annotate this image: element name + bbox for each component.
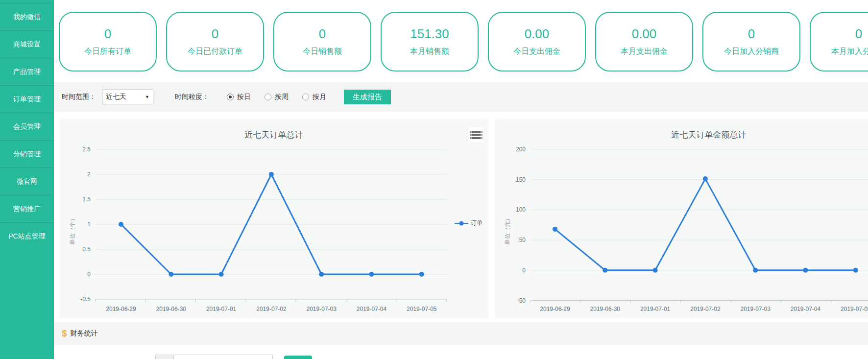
- dollar-icon: $: [62, 328, 67, 339]
- stat-card-month-commission: 0.00 本月支出佣金: [595, 12, 693, 72]
- sidebar-item-my-wechat[interactable]: 我的微信: [0, 3, 54, 30]
- svg-text:0.5: 0.5: [82, 246, 91, 253]
- stat-value: 0: [104, 26, 111, 42]
- radio-icon: [265, 94, 271, 100]
- svg-text:2: 2: [87, 171, 91, 178]
- svg-text:1.5: 1.5: [82, 196, 91, 203]
- stat-label: 今日支出佣金: [513, 47, 560, 57]
- svg-text:近七天订单总计: 近七天订单总计: [245, 130, 303, 140]
- stat-value: 0: [855, 26, 862, 42]
- stat-value: 0.00: [632, 26, 657, 42]
- stat-card-month-sales: 151.30 本月销售额: [381, 12, 479, 72]
- svg-text:近七天订单金额总计: 近七天订单金额总计: [672, 130, 747, 140]
- sidebar: 我的微信 商城设置 产品管理 订单管理 会员管理 分销管理 微官网 营销推广 P…: [0, 0, 54, 359]
- sidebar-item-product-mgmt[interactable]: 产品管理: [0, 58, 54, 85]
- stat-label: 本月加入分销商: [831, 47, 868, 57]
- stat-card-month-new-distributors: 0 本月加入分销商: [810, 12, 868, 72]
- chevron-down-icon: ▼: [145, 95, 149, 99]
- radio-label: 按日: [237, 93, 251, 101]
- radio-by-week[interactable]: 按周: [265, 93, 289, 101]
- svg-text:100: 100: [516, 206, 526, 213]
- stat-label: 本月支出佣金: [621, 47, 668, 57]
- radio-icon: [302, 94, 309, 100]
- finance-search-input[interactable]: [173, 355, 273, 359]
- svg-text:2.5: 2.5: [82, 146, 91, 153]
- svg-text:150: 150: [516, 176, 526, 183]
- legend-orders[interactable]: 订单: [455, 219, 482, 227]
- orders-chart-panel: 近七天订单总计单位（个）2.521.510.50-0.52019-06-2920…: [60, 119, 488, 318]
- filter-bar: 时间范围： 近七天 ▼ 时间粒度： 按日 按周 按月 生成报告: [54, 82, 868, 112]
- sidebar-item-member-mgmt[interactable]: 会员管理: [0, 113, 54, 140]
- finance-input-addon: [155, 355, 174, 359]
- finance-stats-bar: $ 财务统计: [54, 322, 868, 345]
- stat-card-today-orders: 0 今日所有订单: [59, 12, 157, 72]
- svg-text:-50: -50: [517, 297, 526, 304]
- sidebar-item-marketing[interactable]: 营销推广: [0, 195, 54, 222]
- svg-text:2019-07-03: 2019-07-03: [307, 306, 337, 312]
- time-range-selected-value: 近七天: [106, 93, 126, 101]
- svg-text:50: 50: [519, 237, 526, 243]
- stat-label: 今日所有订单: [84, 47, 131, 57]
- order-amount-chart-panel: 近七天订单金额总计单位（元）200150100500-502019-06-292…: [495, 119, 868, 318]
- sidebar-item-mall-settings[interactable]: 商城设置: [0, 30, 54, 58]
- generate-report-button[interactable]: 生成报告: [344, 90, 391, 104]
- sidebar-item-pc-site-mgmt[interactable]: PC站点管理: [0, 222, 54, 250]
- stat-value: 0: [748, 26, 755, 42]
- time-range-label: 时间范围：: [62, 93, 96, 101]
- stat-label: 本月销售额: [410, 47, 449, 57]
- svg-text:2019-07-05: 2019-07-05: [407, 306, 437, 312]
- svg-text:2019-07-02: 2019-07-02: [256, 306, 287, 312]
- svg-text:2019-07-04: 2019-07-04: [791, 306, 821, 312]
- sidebar-item-order-mgmt[interactable]: 订单管理: [0, 85, 54, 113]
- radio-label: 按周: [275, 93, 289, 101]
- hamburger-bars-icon: [470, 130, 482, 140]
- legend-line-marker-icon: [455, 221, 468, 226]
- sidebar-item-micro-site[interactable]: 微官网: [0, 168, 54, 195]
- svg-text:单位（元）: 单位（元）: [504, 215, 511, 245]
- svg-text:2019-07-04: 2019-07-04: [357, 306, 387, 312]
- stat-card-today-commission: 0.00 今日支出佣金: [488, 12, 586, 72]
- radio-by-month[interactable]: 按月: [302, 93, 326, 101]
- stat-label: 今日已付款订单: [188, 47, 242, 57]
- granularity-label: 时间粒度：: [175, 93, 209, 101]
- svg-text:2019-06-30: 2019-06-30: [156, 306, 187, 312]
- stat-card-today-paid-orders: 0 今日已付款订单: [166, 12, 264, 72]
- order-amount-line-chart: 近七天订单金额总计单位（元）200150100500-502019-06-292…: [495, 119, 868, 318]
- svg-text:2019-06-29: 2019-06-29: [540, 306, 570, 312]
- svg-text:2019-06-29: 2019-06-29: [106, 306, 136, 312]
- svg-text:0: 0: [522, 267, 526, 274]
- svg-text:-0.5: -0.5: [80, 296, 91, 303]
- svg-text:1: 1: [87, 221, 91, 228]
- time-range-select[interactable]: 近七天 ▼: [102, 90, 153, 104]
- sidebar-item-distribution-mgmt[interactable]: 分销管理: [0, 140, 54, 168]
- finance-search-button[interactable]: [284, 356, 312, 359]
- svg-text:2019-07-05: 2019-07-05: [841, 306, 868, 312]
- stat-value: 0: [319, 26, 326, 42]
- stat-label: 今日加入分销商: [724, 47, 779, 57]
- radio-label: 按月: [313, 93, 326, 101]
- stat-value: 0.00: [525, 26, 550, 42]
- stat-value: 0: [212, 26, 218, 42]
- legend-label: 订单: [471, 219, 482, 227]
- stat-value: 151.30: [410, 26, 449, 42]
- toolbox-menu-icon[interactable]: [468, 127, 484, 142]
- orders-line-chart: 近七天订单总计单位（个）2.521.510.50-0.52019-06-2920…: [60, 119, 488, 318]
- stat-label: 今日销售额: [303, 47, 342, 57]
- svg-text:2019-06-30: 2019-06-30: [590, 306, 621, 312]
- stat-card-today-new-distributors: 0 今日加入分销商: [702, 12, 800, 72]
- svg-text:2019-07-01: 2019-07-01: [206, 306, 237, 312]
- finance-stats-title: 财务统计: [71, 329, 98, 338]
- svg-text:0: 0: [87, 271, 91, 278]
- svg-text:2019-07-01: 2019-07-01: [640, 306, 671, 312]
- radio-icon: [227, 94, 234, 100]
- svg-text:2019-07-02: 2019-07-02: [690, 306, 721, 312]
- stat-card-today-sales: 0 今日销售额: [273, 12, 371, 72]
- radio-by-day[interactable]: 按日: [227, 93, 251, 101]
- svg-text:2019-07-03: 2019-07-03: [741, 306, 771, 312]
- svg-text:200: 200: [516, 146, 526, 153]
- svg-text:单位（个）: 单位（个）: [69, 215, 76, 245]
